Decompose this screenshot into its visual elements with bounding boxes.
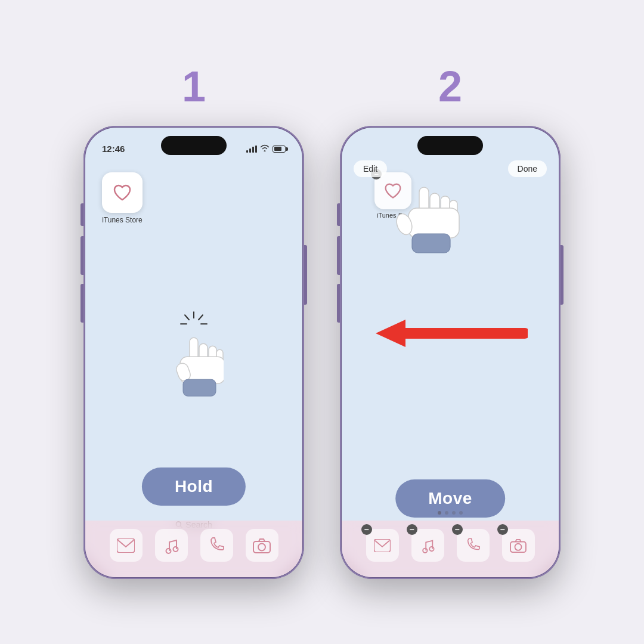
red-arrow-container (342, 317, 559, 349)
dock-camera-icon-2[interactable] (502, 529, 535, 562)
volume-down-button-2 (337, 284, 340, 323)
dot-3 (452, 511, 456, 515)
dock-2 (342, 521, 559, 577)
volume-up-button (80, 236, 83, 275)
signal-bar-1 (246, 150, 248, 153)
power-button-2 (561, 245, 564, 305)
mail-icon-2 (374, 539, 391, 552)
sparkle-icon (176, 309, 212, 333)
svg-point-16 (166, 549, 171, 553)
step-2-number: 2 (438, 65, 462, 108)
svg-point-31 (423, 548, 427, 552)
music-icon-2 (420, 538, 435, 553)
dot-4 (459, 511, 463, 515)
step-2: 2 Edit Done (340, 65, 561, 579)
itunes-app-icon[interactable] (102, 172, 143, 213)
status-icons (246, 144, 286, 153)
hold-button[interactable]: Hold (142, 467, 246, 506)
svg-marker-29 (376, 320, 405, 347)
dot-2 (445, 511, 448, 515)
svg-rect-0 (110, 181, 134, 205)
dynamic-island-2 (417, 136, 483, 155)
drag-hand-illustration (389, 181, 461, 261)
svg-rect-12 (183, 379, 216, 396)
battery-icon (273, 145, 286, 153)
camera-icon-2 (510, 538, 527, 553)
dot-1 (438, 511, 441, 515)
step-1: 1 12:46 (83, 65, 304, 579)
mute-button (80, 203, 83, 226)
dock-music-icon[interactable] (155, 529, 188, 562)
svg-rect-27 (412, 234, 450, 253)
dock-mail-icon-2[interactable] (366, 529, 399, 562)
red-arrow-icon (373, 317, 528, 349)
camera-icon (253, 538, 271, 553)
music-icon (163, 537, 179, 554)
volume-down-button (80, 284, 83, 323)
itunes-label: iTunes Store (102, 216, 143, 224)
signal-icon (246, 145, 257, 153)
status-time: 12:46 (102, 144, 125, 154)
phone-icon (209, 537, 224, 554)
edit-done-bar: Edit Done (342, 160, 559, 177)
dynamic-island-1 (161, 136, 227, 155)
mute-button-2 (337, 203, 340, 226)
main-container: 1 12:46 (0, 0, 644, 644)
itunes-app-container: iTunes Store (102, 172, 143, 224)
mail-icon (117, 538, 135, 553)
svg-line-2 (185, 315, 189, 320)
drag-hand-icon (389, 181, 461, 259)
iphone-1-screen: 12:46 (85, 128, 302, 577)
svg-point-32 (429, 546, 434, 550)
svg-rect-30 (374, 539, 391, 552)
power-button (304, 245, 307, 305)
volume-up-button-2 (337, 236, 340, 275)
battery-fill (274, 147, 282, 151)
dock-mail-icon[interactable] (110, 529, 143, 562)
done-button[interactable]: Done (508, 160, 547, 177)
iphone-2: Edit Done − (340, 126, 561, 579)
dock-camera-icon[interactable] (246, 529, 278, 562)
signal-bar-2 (249, 148, 251, 153)
dock-1 (85, 521, 302, 577)
dock-phone-icon-2[interactable] (457, 529, 490, 562)
iphone-1: 12:46 (83, 126, 304, 579)
page-dots (438, 511, 463, 515)
screen-content-1: iTunes Store (85, 160, 302, 577)
svg-rect-15 (117, 538, 135, 553)
hold-illustration (164, 309, 224, 401)
signal-bar-4 (255, 145, 257, 153)
signal-bar-3 (252, 147, 254, 153)
edit-button[interactable]: Edit (354, 160, 387, 177)
dock-music-icon-2[interactable] (411, 529, 444, 562)
svg-line-3 (199, 315, 203, 320)
hand-cursor-icon (164, 333, 224, 401)
step-1-number: 1 (182, 65, 206, 108)
heart-svg (110, 181, 134, 205)
iphone-2-screen: Edit Done − (342, 128, 559, 577)
svg-point-19 (258, 543, 265, 550)
wifi-icon (260, 144, 270, 153)
phone-icon-2 (466, 538, 480, 553)
dock-phone-icon[interactable] (200, 529, 233, 562)
screen-content-2: − iTunes S… (342, 128, 559, 577)
svg-point-34 (515, 543, 521, 550)
svg-point-17 (174, 547, 178, 552)
